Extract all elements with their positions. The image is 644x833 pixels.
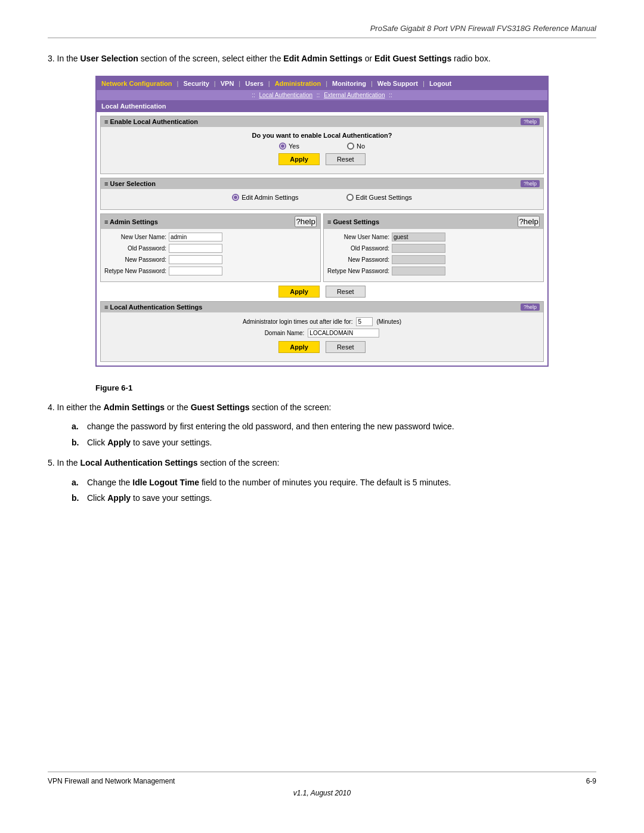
edit-guest-radio-label[interactable]: Edit Guest Settings [346, 194, 412, 201]
nav-bar: Network Configuration | Security | VPN |… [97, 77, 547, 90]
footer-center: v1.1, August 2010 [48, 789, 596, 797]
step4-sub-list: a. change the password by first entering… [72, 420, 596, 451]
admin-username-label: New User Name: [103, 234, 169, 240]
enable-local-auth-question: Do you want to enable Local Authenticati… [106, 132, 538, 139]
step4-sub-b-text: Click Apply to save your settings. [87, 436, 212, 449]
enable-local-auth-section: ≡ Enable Local Authentication ?help Do y… [100, 116, 544, 174]
guest-oldpassword-input[interactable] [392, 244, 445, 253]
guest-newpassword-input[interactable] [392, 255, 445, 264]
guest-newpassword-label: New Password: [326, 256, 392, 263]
guest-retype-label: Retype New Password: [326, 268, 392, 274]
edit-guest-label: Edit Guest Settings [356, 194, 412, 201]
step4-sub-a-text: change the password by first entering th… [87, 420, 454, 433]
settings-btn-row: Apply Reset [100, 286, 544, 298]
step4-sub-a-letter: a. [72, 420, 82, 433]
local-auth-settings-header: ≡ Local Authentication Settings ?help [101, 302, 543, 312]
guest-settings-body: New User Name: Old Password: New Passwor… [324, 229, 543, 281]
step4-bold2: Guest Settings [191, 402, 250, 412]
guest-newpassword-row: New Password: [326, 255, 541, 264]
enable-local-auth-apply-button[interactable]: Apply [278, 153, 320, 165]
step5-sub-b: b. Click Apply to save your settings. [72, 491, 596, 504]
local-auth-settings-body: Administrator login times out after idle… [101, 312, 543, 361]
admin-oldpassword-input[interactable] [169, 244, 222, 253]
guest-username-input[interactable] [392, 233, 445, 241]
nav-vpn[interactable]: VPN [216, 77, 239, 90]
settings-apply-button[interactable]: Apply [278, 286, 320, 298]
yes-radio-icon [279, 143, 286, 150]
local-auth-settings-section: ≡ Local Authentication Settings ?help Ad… [100, 301, 544, 362]
admin-retype-row: Retype New Password: [103, 267, 318, 275]
enable-local-auth-header: ≡ Enable Local Authentication ?help [101, 116, 543, 127]
sub-nav-external-auth[interactable]: External Authentication [324, 92, 385, 98]
admin-settings-body: New User Name: Old Password: New Passwor… [101, 229, 320, 281]
edit-admin-radio-label[interactable]: Edit Admin Settings [232, 194, 298, 201]
yes-radio-label[interactable]: Yes [279, 143, 299, 150]
step4-pre: In either the [57, 402, 104, 412]
step3-bold3: Edit Guest Settings [374, 54, 451, 63]
no-label: No [357, 143, 365, 150]
idle-timeout-unit: (Minutes) [376, 318, 401, 325]
admin-settings-col: ≡ Admin Settings ?help New User Name: Ol… [100, 213, 321, 282]
guest-settings-title: ≡ Guest Settings [327, 218, 379, 225]
guest-username-label: New User Name: [326, 234, 392, 240]
sub-nav-local-auth[interactable]: Local Authentication [259, 92, 313, 98]
guest-settings-col: ≡ Guest Settings ?help New User Name: Ol… [323, 213, 544, 282]
enable-local-auth-reset-button[interactable]: Reset [326, 153, 366, 165]
no-radio-label[interactable]: No [347, 143, 365, 150]
nav-monitoring[interactable]: Monitoring [327, 77, 371, 90]
nav-administration[interactable]: Administration [270, 77, 326, 90]
enable-local-auth-body: Do you want to enable Local Authenticati… [101, 127, 543, 174]
admin-username-input[interactable] [169, 233, 222, 241]
local-auth-settings-help-button[interactable]: ?help [521, 304, 540, 311]
step4-sub-a: a. change the password by first entering… [72, 420, 596, 433]
settings-two-col: ≡ Admin Settings ?help New User Name: Ol… [100, 213, 544, 282]
local-auth-settings-btn-row: Apply Reset [106, 341, 538, 353]
step4-end: section of the screen: [252, 402, 331, 412]
admin-settings-help-button[interactable]: ?help [295, 216, 317, 227]
admin-oldpassword-row: Old Password: [103, 244, 318, 253]
guest-retype-row: Retype New Password: [326, 267, 541, 275]
guest-settings-help-button[interactable]: ?help [518, 216, 540, 227]
step5-sub-a-letter: a. [72, 476, 82, 489]
nav-web-support[interactable]: Web Support [373, 77, 423, 90]
nav-network-config[interactable]: Network Configuration [97, 77, 177, 90]
local-auth-settings-reset-button[interactable]: Reset [326, 341, 366, 353]
step3-end: radio box. [454, 54, 490, 63]
enable-local-auth-btn-row: Apply Reset [106, 153, 538, 165]
guest-username-row: New User Name: [326, 233, 541, 241]
step5-sub-b-text: Click Apply to save your settings. [87, 491, 212, 504]
step5-bold1: Local Authentication Settings [80, 458, 198, 467]
domain-name-input[interactable] [308, 329, 379, 337]
step4-text: 4. In either the Admin Settings or the G… [48, 401, 596, 414]
step5-sub-a-text: Change the Idle Logout Time field to the… [87, 476, 451, 489]
admin-newpassword-input[interactable] [169, 255, 222, 264]
nav-security[interactable]: Security [178, 77, 213, 90]
guest-settings-header: ≡ Guest Settings ?help [324, 214, 543, 229]
edit-admin-label: Edit Admin Settings [242, 194, 298, 201]
settings-reset-button[interactable]: Reset [326, 286, 366, 298]
step3-bold2: Edit Admin Settings [283, 54, 362, 63]
step3-mid2: or [365, 54, 374, 63]
nav-users[interactable]: Users [240, 77, 268, 90]
step4-bold1: Admin Settings [103, 402, 165, 412]
idle-timeout-input[interactable] [356, 317, 373, 326]
yes-label: Yes [289, 143, 299, 150]
enable-local-auth-help-button[interactable]: ?help [521, 118, 540, 125]
footer-left: VPN Firewall and Network Management [48, 777, 175, 785]
figure-label: Figure 6-1 [95, 383, 596, 392]
step4-sub-b: b. Click Apply to save your settings. [72, 436, 596, 449]
edit-admin-radio-icon [232, 194, 239, 201]
step3-pre: In the [57, 54, 80, 63]
user-selection-body: Edit Admin Settings Edit Guest Settings [101, 189, 543, 209]
idle-timeout-label: Administrator login times out after idle… [243, 318, 353, 325]
idle-timeout-row: Administrator login times out after idle… [106, 317, 538, 326]
router-ui-screenshot: Network Configuration | Security | VPN |… [95, 76, 549, 367]
user-selection-help-button[interactable]: ?help [521, 180, 540, 187]
local-auth-settings-apply-button[interactable]: Apply [278, 341, 320, 353]
nav-logout[interactable]: Logout [425, 77, 456, 90]
user-selection-header: ≡ User Selection ?help [101, 178, 543, 189]
admin-retype-input[interactable] [169, 267, 222, 275]
guest-retype-input[interactable] [392, 267, 445, 275]
page-title-bar: Local Authentication [97, 100, 547, 112]
step4-mid: or the [167, 402, 191, 412]
